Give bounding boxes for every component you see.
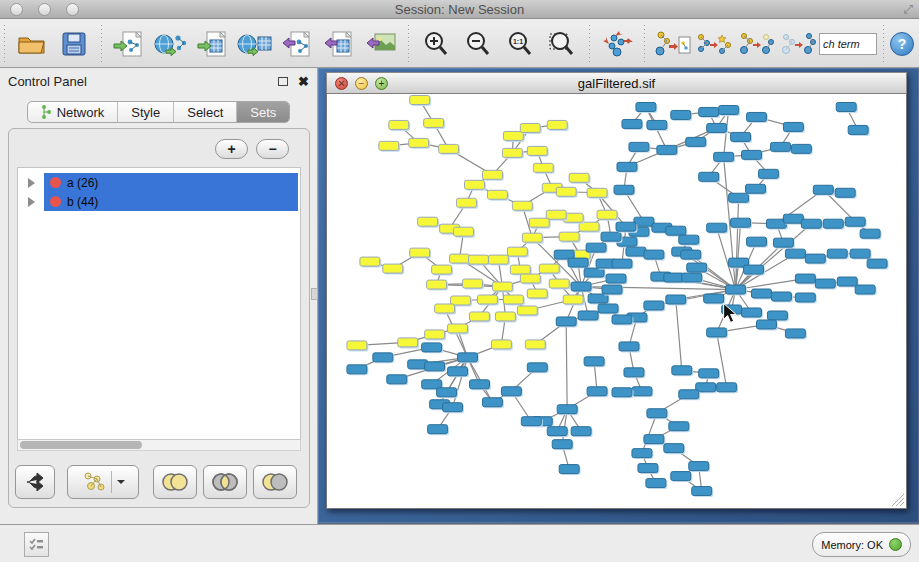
memory-status-button[interactable]: Memory: OK [812,532,911,557]
network-node[interactable] [805,254,825,263]
network-node[interactable] [547,427,567,436]
import-table-url-button[interactable] [234,24,276,64]
network-node[interactable] [424,118,444,127]
network-node[interactable] [752,289,772,298]
network-node[interactable] [647,409,667,418]
network-node[interactable] [836,102,856,111]
network-node[interactable] [785,329,805,338]
network-node[interactable] [454,227,474,236]
task-history-button[interactable] [24,532,49,557]
network-node[interactable] [692,487,712,496]
network-node[interactable] [587,387,607,396]
network-node[interactable] [520,123,540,132]
network-node[interactable] [837,277,857,286]
network-node[interactable] [707,223,727,232]
network-node[interactable] [795,293,815,302]
network-node[interactable] [679,390,699,399]
network-node[interactable] [612,259,632,268]
export-table-button[interactable] [318,24,360,64]
network-node[interactable] [507,247,527,256]
network-node[interactable] [626,247,646,256]
network-node[interactable] [522,233,542,242]
network-node[interactable] [546,210,566,219]
network-node[interactable] [379,141,399,150]
network-node[interactable] [617,162,637,171]
network-node[interactable] [719,105,739,114]
export-network-button[interactable] [276,24,318,64]
network-node[interactable] [657,145,677,154]
network-node[interactable] [463,279,483,288]
network-node[interactable] [771,292,791,301]
network-node[interactable] [602,285,622,294]
network-node[interactable] [644,435,664,444]
network-node[interactable] [439,144,459,153]
union-sets-button[interactable] [153,465,197,499]
network-node[interactable] [672,366,692,375]
import-network-file-button[interactable] [108,24,150,64]
network-node[interactable] [759,169,779,178]
network-node[interactable] [539,264,559,273]
network-node[interactable] [425,330,445,339]
network-node[interactable] [644,301,664,310]
network-node[interactable] [529,218,549,227]
network-node[interactable] [632,387,652,396]
network-node[interactable] [746,184,766,193]
network-node[interactable] [450,254,470,263]
network-node[interactable] [373,353,393,362]
difference-sets-button[interactable] [253,465,297,499]
network-node[interactable] [527,363,547,372]
fullscreen-icon[interactable]: ⤢ [903,2,913,16]
network-node[interactable] [619,342,639,351]
network-node[interactable] [731,132,751,141]
network-node[interactable] [770,142,790,151]
set-row-a[interactable]: a (26) [18,173,300,192]
tab-sets[interactable]: Sets [237,102,289,122]
network-node[interactable] [521,417,541,426]
network-node[interactable] [612,388,632,397]
remove-set-button[interactable]: − [256,139,289,159]
tab-network[interactable]: Network [28,102,119,122]
network-node[interactable] [457,198,477,207]
create-set-button[interactable] [67,465,139,499]
network-canvas[interactable] [326,94,907,509]
network-node[interactable] [502,148,522,157]
float-panel-icon[interactable] [278,77,288,86]
network-node[interactable] [681,250,701,259]
network-node[interactable] [860,229,880,238]
horizontal-scrollbar[interactable] [17,439,301,451]
network-node[interactable] [726,285,746,294]
zoom-actual-size-button[interactable]: 1:1 [499,24,541,64]
network-node[interactable] [757,320,777,329]
help-button[interactable]: ? [890,32,914,56]
network-node[interactable] [601,232,621,241]
network-node[interactable] [598,304,618,313]
network-node[interactable] [571,427,591,436]
network-node[interactable] [547,120,567,129]
network-node[interactable] [855,285,875,294]
network-node[interactable] [742,308,762,317]
network-node[interactable] [731,218,751,227]
network-node[interactable] [704,294,724,303]
network-node[interactable] [360,257,380,266]
import-network-url-button[interactable] [150,24,192,64]
network-node[interactable] [699,369,719,378]
network-node[interactable] [666,226,686,235]
network-node[interactable] [552,440,572,449]
network-node[interactable] [815,279,835,288]
set-row-b[interactable]: b (44) [18,192,300,211]
tab-select[interactable]: Select [174,102,237,122]
network-node[interactable] [801,219,821,228]
expand-arrow-icon[interactable] [28,197,35,207]
network-node[interactable] [646,479,666,488]
network-node[interactable] [671,110,691,119]
network-node[interactable] [571,282,591,291]
network-node[interactable] [823,219,843,228]
network-node[interactable] [669,422,689,431]
network-frame[interactable]: galFiltered.sif ✕ − + [318,68,919,523]
network-node[interactable] [629,142,649,151]
network-node[interactable] [409,138,429,147]
network-node[interactable] [510,265,530,274]
network-node[interactable] [418,217,438,226]
network-node[interactable] [470,380,490,389]
network-node[interactable] [616,222,636,231]
